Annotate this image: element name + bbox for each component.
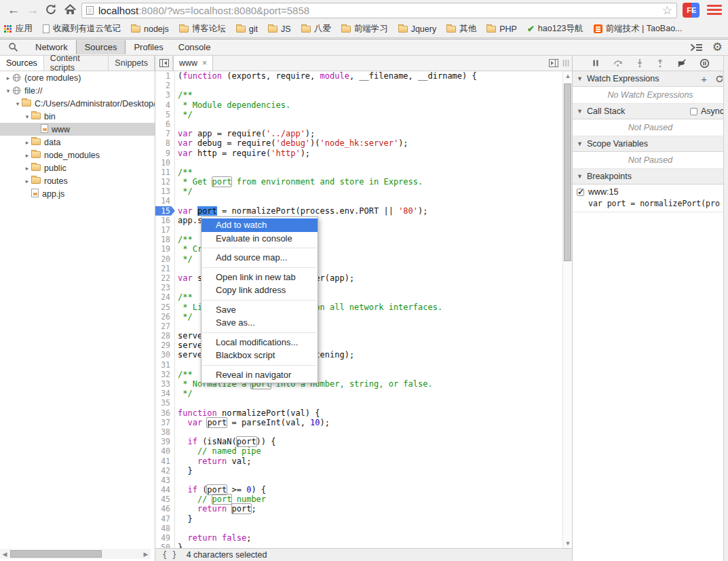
menu-item-local-modifications[interactable]: Local modifications... <box>202 336 318 349</box>
collapse-navigator-icon[interactable] <box>155 56 173 71</box>
menu-item-save[interactable]: Save <box>202 303 318 317</box>
line-number[interactable]: 19 <box>155 244 175 254</box>
tree-item-www[interactable]: www <box>0 123 155 136</box>
code-line[interactable]: 13 */ <box>155 187 562 196</box>
chevron-right-icon[interactable]: ▸ <box>23 152 31 159</box>
search-icon[interactable] <box>8 42 18 52</box>
code-line[interactable]: 9var http = require('http'); <box>155 149 562 158</box>
chevron-right-icon[interactable]: ▸ <box>23 178 31 185</box>
devtools-tab-sources[interactable]: Sources <box>76 40 126 54</box>
chevron-down-icon[interactable]: ▾ <box>4 88 12 94</box>
code-line[interactable]: 8var debug = require('debug')('node_hk:s… <box>155 138 562 148</box>
code-line[interactable]: 2 <box>155 81 562 90</box>
line-number[interactable]: 32 <box>155 370 175 379</box>
line-number[interactable]: 28 <box>155 331 175 341</box>
line-number[interactable]: 1 <box>155 71 175 81</box>
line-number[interactable]: 9 <box>155 149 175 158</box>
code-line[interactable]: 36function normalizePort(val) { <box>155 408 562 418</box>
line-number[interactable]: 43 <box>155 476 175 485</box>
tree-item-data[interactable]: ▸data <box>0 136 155 149</box>
breakpoints-header[interactable]: ▼ Breakpoints <box>573 169 728 185</box>
menu-item-add-to-watch[interactable]: Add to watch <box>202 218 318 232</box>
line-number[interactable]: 42 <box>155 466 175 476</box>
pane-divider[interactable] <box>572 56 573 561</box>
pane-divider[interactable] <box>155 56 155 561</box>
code-line[interactable]: 34 */ <box>155 389 562 398</box>
line-number[interactable]: 29 <box>155 341 175 350</box>
breakpoint-line-number[interactable]: 15 <box>155 206 175 216</box>
code-line[interactable]: 45 // port number <box>155 495 562 504</box>
line-number[interactable]: 13 <box>155 187 175 196</box>
menu-item-add-source-map[interactable]: Add source map... <box>202 251 318 265</box>
line-number[interactable]: 33 <box>155 379 175 389</box>
code-line[interactable]: 42 } <box>155 466 562 476</box>
scroll-right-icon[interactable]: ▶ <box>141 551 151 558</box>
pause-on-exceptions-button[interactable] <box>700 58 710 69</box>
bookmark-item[interactable]: ✔hao123导航 <box>527 23 583 35</box>
home-button[interactable] <box>64 3 77 16</box>
devtools-tab-profiles[interactable]: Profiles <box>127 40 170 54</box>
menu-item-open-link-in-new-tab[interactable]: Open link in new tab <box>202 271 318 284</box>
line-number[interactable]: 11 <box>155 168 175 177</box>
sidebar-tab-snippets[interactable]: Snippets <box>109 56 155 71</box>
code-line[interactable]: 4 * Module dependencies. <box>155 100 562 110</box>
scrollbar-thumb[interactable] <box>564 83 571 261</box>
bookmark-item[interactable]: git <box>236 24 258 34</box>
line-number[interactable]: 17 <box>155 225 175 235</box>
editor-tab-www[interactable]: www× <box>173 56 213 71</box>
line-number[interactable]: 39 <box>155 437 175 446</box>
tree-item--core-modules-[interactable]: ▸(core modules) <box>0 71 155 84</box>
splitter-grip-icon[interactable] <box>562 59 569 67</box>
deactivate-breakpoints-button[interactable] <box>676 58 687 68</box>
pause-button[interactable] <box>591 58 600 68</box>
line-number[interactable]: 23 <box>155 283 175 292</box>
devtools-tab-network[interactable]: Network <box>28 40 75 54</box>
line-number[interactable]: 2 <box>155 81 175 90</box>
code-line[interactable]: 37 var port = parseInt(val, 10); <box>155 418 562 427</box>
code-line[interactable]: 11/** <box>155 168 562 177</box>
line-number[interactable]: 31 <box>155 360 175 370</box>
devtools-tab-console[interactable]: Console <box>172 40 218 54</box>
sidebar-tab-sources[interactable]: Sources <box>0 56 44 71</box>
line-number[interactable]: 22 <box>155 273 175 283</box>
tree-item-app-js[interactable]: app.js <box>0 187 155 200</box>
code-line[interactable]: 38 <box>155 427 562 437</box>
code-line[interactable]: 43 <box>155 476 562 485</box>
line-number[interactable]: 49 <box>155 533 175 543</box>
code-line[interactable]: 40 // named pipe <box>155 446 562 456</box>
line-number[interactable]: 30 <box>155 350 175 360</box>
console-drawer-icon[interactable] <box>690 43 703 52</box>
scroll-down-icon[interactable]: ▼ <box>563 540 573 547</box>
step-over-button[interactable] <box>613 58 624 68</box>
line-number[interactable]: 18 <box>155 235 175 244</box>
bookmark-item[interactable]: 前端技术 | TaoBao... <box>594 23 683 35</box>
editor-vertical-scrollbar[interactable]: ▲ ▼ <box>562 71 572 548</box>
forward-button[interactable]: → <box>23 1 42 20</box>
line-number[interactable]: 26 <box>155 312 175 322</box>
line-number[interactable]: 4 <box>155 100 175 110</box>
step-out-button[interactable] <box>656 58 664 68</box>
url-text[interactable]: localhost:8080/?ws=localhost:8080&port=5… <box>98 5 659 16</box>
line-number[interactable]: 37 <box>155 418 175 427</box>
line-number[interactable]: 10 <box>155 158 175 168</box>
browser-menu-button[interactable] <box>707 5 722 16</box>
line-number[interactable]: 16 <box>155 216 175 225</box>
back-button[interactable]: ← <box>4 1 23 20</box>
scroll-up-icon[interactable]: ▲ <box>563 73 573 79</box>
line-number[interactable]: 35 <box>155 398 175 408</box>
code-line[interactable]: 49 return false; <box>155 533 562 543</box>
call-stack-header[interactable]: ▼ Call Stack Async <box>573 104 728 119</box>
line-number[interactable]: 12 <box>155 177 175 187</box>
bookmark-item[interactable]: 其他 <box>446 23 476 35</box>
code-line[interactable]: 35 <box>155 398 562 408</box>
code-line[interactable]: 14 <box>155 196 562 206</box>
line-number[interactable]: 14 <box>155 196 175 206</box>
tree-item-public[interactable]: ▸public <box>0 161 155 174</box>
line-number[interactable]: 40 <box>155 446 175 456</box>
code-line[interactable]: 1(function (exports, require, module, __… <box>155 71 562 81</box>
fe-extension-icon[interactable]: FE <box>683 3 700 18</box>
show-drawer-icon[interactable] <box>549 59 558 67</box>
line-number[interactable]: 47 <box>155 514 175 524</box>
code-line[interactable]: 39 if (isNaN(port)) { <box>155 437 562 446</box>
tree-item-bin[interactable]: ▾bin <box>0 110 155 123</box>
